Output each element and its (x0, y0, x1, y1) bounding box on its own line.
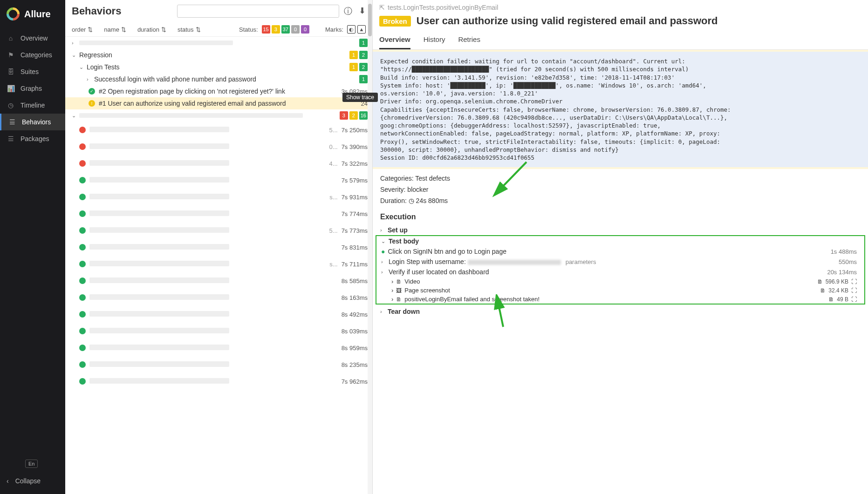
behaviors-panel: Behaviors ⓘ ⬇ order ⇅ name ⇅ duration ⇅ … (65, 0, 373, 494)
nav-suites[interactable]: 🗄Suites (0, 63, 65, 80)
attachment-log[interactable]: › 🗎 positiveLoginByEmail failed and scre… (376, 295, 864, 304)
mark-new-icon[interactable]: ▲ (357, 25, 366, 34)
tree-group-login-tests[interactable]: ⌄ Login Tests 12 (65, 61, 372, 73)
chevron-left-icon: ‹ (7, 477, 9, 485)
status-icon (79, 127, 86, 133)
test-detail-panel: ⇱ tests.LoginTests.positiveLoginByEmail … (373, 0, 868, 494)
file-icon: 🗎 (396, 278, 402, 285)
chevron-down-icon: ⌄ (79, 64, 85, 70)
chevron-down-icon: ⌄ (72, 52, 77, 58)
test-row-blurred[interactable]: 8s 163ms (65, 289, 372, 306)
tree-group-blurred[interactable]: › 1 (65, 37, 372, 49)
test-row-blurred[interactable]: 7s 962ms (65, 373, 372, 390)
link-icon[interactable]: ⇱ (379, 4, 385, 11)
file-icon: 🗎 (828, 296, 834, 303)
clock-icon: ◷ (409, 197, 414, 204)
chevron-right-icon: › (381, 259, 386, 264)
expand-icon[interactable]: ⛶ (851, 278, 857, 285)
step-signin[interactable]: ● Click on SignIN btn and go to Login pa… (376, 246, 864, 257)
status-icon (79, 311, 86, 318)
test-row-blurred[interactable]: s...7s 711ms (65, 256, 372, 272)
nav-timeline[interactable]: ◷Timeline (0, 97, 65, 114)
sort-bar: order ⇅ name ⇅ duration ⇅ status ⇅ Statu… (65, 22, 372, 37)
chevron-down-icon: ⌄ (72, 113, 77, 119)
section-testbody[interactable]: ⌄ Test body (376, 236, 864, 246)
test-tree: › 1 ⌄ Regression 12 ⌄ Login Tests 12 › S… (65, 37, 372, 494)
tree-group-phone-login[interactable]: › Successful login with valid phone numb… (65, 73, 372, 85)
test-row-blurred[interactable]: 7s 831ms (65, 239, 372, 256)
search-input[interactable] (177, 5, 339, 18)
tab-history[interactable]: History (424, 32, 445, 49)
sort-status[interactable]: status ⇅ (178, 26, 201, 33)
nav-overview[interactable]: ⌂Overview (0, 30, 65, 47)
section-setup[interactable]: › Set up (373, 225, 868, 235)
attachment-video[interactable]: › 🗎 Video 🗎 596.9 KB ⛶ (376, 277, 864, 286)
test-row-blurred[interactable]: 5...7s 773ms (65, 222, 372, 239)
nav-behaviors[interactable]: ☰Behaviors (0, 114, 65, 130)
info-icon[interactable]: ⓘ (344, 6, 352, 17)
nav-graphs[interactable]: 📊Graphs (0, 80, 65, 97)
test-row-blurred[interactable]: s...7s 931ms (65, 189, 372, 205)
status-icon (79, 345, 86, 351)
status-passed-count[interactable]: 37 (281, 25, 290, 34)
test-row-blurred[interactable]: 8s 585ms (65, 272, 372, 289)
collapse-sidebar[interactable]: ‹Collapse (0, 473, 65, 489)
test-row-blurred[interactable]: 8s 039ms (65, 323, 372, 339)
test-row-blurred[interactable]: 0...7s 390ms (65, 138, 372, 155)
section-teardown[interactable]: › Tear down (373, 306, 868, 317)
test-meta: Categories: Test defects Severity: block… (373, 169, 868, 210)
test-row-1-selected[interactable]: ! #1 User can authorize using valid regi… (65, 97, 372, 109)
tree-group-blurred-2[interactable]: ⌄ 3 2 16 (65, 109, 372, 122)
test-row-blurred[interactable]: 8s 959ms (65, 339, 372, 356)
expand-icon[interactable]: ⛶ (851, 296, 857, 303)
status-failed-count[interactable]: 15 (262, 25, 270, 34)
status-pass-icon: ● (381, 248, 385, 255)
chevron-right-icon: › (381, 269, 386, 275)
status-skipped-count[interactable]: 0 (291, 25, 300, 34)
meta-severity: blocker (407, 186, 428, 193)
status-unknown-count[interactable]: 0 (301, 25, 309, 34)
step-verify-dashboard[interactable]: › Verify if user located on dashboard 20… (376, 267, 864, 277)
status-pass-icon: ✓ (89, 88, 95, 95)
mark-flaky-icon[interactable]: ◐ (347, 25, 355, 34)
test-row-blurred[interactable]: 4...7s 322ms (65, 155, 372, 172)
test-row-blurred[interactable]: 8s 235ms (65, 356, 372, 373)
test-row-blurred[interactable]: 7s 774ms (65, 205, 372, 222)
status-icon (79, 227, 86, 234)
error-message: Expected condition failed: waiting for u… (373, 52, 868, 167)
detail-tabs: Overview History Retries (373, 32, 868, 50)
download-icon[interactable]: ⬇ (359, 6, 366, 17)
sort-name[interactable]: name ⇅ (104, 26, 126, 33)
nav-categories[interactable]: ⚑Categories (0, 47, 65, 63)
status-icon (79, 294, 86, 301)
chevron-right-icon: › (87, 76, 92, 82)
sort-order[interactable]: order ⇅ (72, 26, 93, 33)
status-icon (79, 378, 86, 385)
chevron-right-icon: › (391, 278, 393, 285)
allure-logo-icon (4, 5, 22, 23)
expand-icon[interactable]: ⛶ (851, 287, 857, 294)
status-broken-count[interactable]: 3 (272, 25, 280, 34)
step-login[interactable]: › Login Step with username: parameters 5… (376, 257, 864, 267)
test-row-2[interactable]: ✓ #2 Open registration page by clicking … (65, 85, 372, 97)
language-selector[interactable]: En (25, 460, 38, 468)
tab-retries[interactable]: Retries (458, 32, 480, 49)
chart-icon: 📊 (7, 85, 15, 92)
nav-packages[interactable]: ☰Packages (0, 130, 65, 147)
test-row-blurred[interactable]: 8s 492ms (65, 306, 372, 323)
file-icon: 🗎 (820, 287, 826, 294)
chevron-down-icon: ⌄ (381, 238, 386, 244)
attachment-screenshot[interactable]: › 🖼 Page screenshot 🗎 32.4 KB ⛶ (376, 286, 864, 295)
chevron-right-icon: › (391, 296, 393, 303)
sort-duration[interactable]: duration ⇅ (137, 26, 166, 33)
scrollbar[interactable] (368, 0, 372, 494)
clock-icon: ◷ (7, 102, 15, 109)
test-row-blurred[interactable]: 5...7s 250ms (65, 122, 372, 138)
scroll-thumb[interactable] (368, 4, 372, 36)
sidebar: Allure ⌂Overview ⚑Categories 🗄Suites 📊Gr… (0, 0, 65, 494)
breadcrumb: tests.LoginTests.positiveLoginByEmail (388, 4, 498, 11)
test-row-blurred[interactable]: 7s 579ms (65, 172, 372, 189)
tree-group-regression[interactable]: ⌄ Regression 12 (65, 49, 372, 61)
brand-name: Allure (24, 9, 51, 20)
tab-overview[interactable]: Overview (379, 32, 410, 49)
